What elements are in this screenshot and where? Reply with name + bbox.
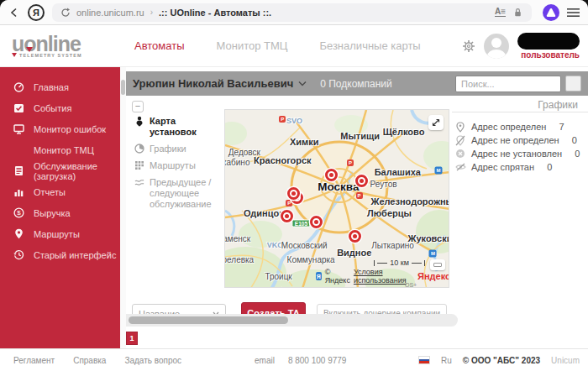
url-separator: › [150, 8, 153, 17]
tab-tmc-monitor[interactable]: Монитор ТМЦ [217, 39, 288, 52]
legend-address-defined: Адрес определен 7 [455, 120, 588, 133]
calendar-icon [13, 102, 24, 113]
footer-phone: 8 800 100 9779 [288, 356, 347, 365]
history-icon [13, 249, 24, 260]
back-icon[interactable] [8, 7, 20, 18]
dashboard-icon [13, 81, 24, 92]
map-marker[interactable] [355, 175, 368, 187]
chevron-down-icon[interactable] [298, 81, 307, 86]
footer-email-link[interactable]: email [255, 356, 275, 365]
uonline-logo[interactable]: uonline TELEMETRY SYSTEM [12, 34, 111, 58]
sidebar-item-service[interactable]: Обслуживание (загрузка) [0, 160, 120, 181]
unicum-brand: Unicum [551, 356, 580, 365]
sidebar: Главная События Монитор ошибок Монитор Т… [0, 67, 120, 348]
map-expand-icon[interactable] [428, 115, 444, 130]
legend-value: 7 [559, 122, 564, 132]
map-view-options: Карта установок Графики Маршруты Предыду… [134, 116, 223, 216]
option-prev-next-service[interactable]: Предыдущее / следующее обслуживание [134, 177, 223, 210]
sidebar-item-home[interactable]: Главная [0, 76, 120, 97]
option-charts[interactable]: Графики [134, 144, 223, 154]
copyright: © ООО "АБС" 2023 [463, 356, 540, 365]
sidebar-item-reports[interactable]: Отчеты [0, 181, 120, 202]
sidebar-item-error-monitor[interactable]: Монитор ошибок [0, 118, 120, 139]
bar-chart-icon [13, 186, 24, 197]
search-input[interactable] [455, 76, 561, 92]
browser-window: Я online.unicum.ru › .:: UOnline - Автом… [0, 0, 588, 371]
tab-cashless-cards[interactable]: Безналичные карты [319, 39, 420, 52]
avatar[interactable] [484, 34, 509, 59]
sidebar-item-old-interface[interactable]: Старый интерфейс [0, 244, 120, 265]
pie-chart-icon [134, 144, 145, 154]
russia-flag-icon [418, 356, 430, 364]
sidebar-item-events[interactable]: События [0, 97, 120, 118]
money-icon: $ [13, 207, 24, 218]
map-canvas[interactable]: 10 км Я © Яндекс Условия использования Я… [224, 109, 449, 288]
legend-value: 0 [572, 135, 577, 145]
yandex-browser-icon[interactable]: Я [28, 4, 45, 21]
option-routes[interactable]: Маршруты [134, 160, 223, 171]
sidebar-item-routes[interactable]: Маршруты [0, 223, 120, 244]
legend-value: 0 [575, 149, 580, 159]
map-poi-badge: P [279, 116, 286, 123]
alice-assistant-icon[interactable] [543, 4, 559, 21]
eye-slash-icon [455, 162, 466, 172]
address-bar[interactable]: online.unicum.ru › .:: UOnline - Автомат… [52, 3, 532, 22]
map-poi-badge: M [429, 249, 437, 257]
footer-link-reglament[interactable]: Регламент [13, 356, 55, 365]
map-poi-badge: P [356, 192, 363, 199]
content-area: Графики − Карта установок Графики Маршру… [126, 96, 588, 348]
pin-icon [13, 228, 24, 239]
footer-link-help[interactable]: Справка [73, 356, 106, 365]
refresh-icon[interactable] [60, 8, 71, 18]
trend-lines-icon [134, 177, 145, 187]
vertical-scrollbar[interactable] [120, 67, 126, 348]
language-switcher[interactable]: Ru [441, 356, 452, 365]
sidebar-item-revenue[interactable]: $ Выручка [0, 202, 120, 223]
collapse-panel-button[interactable]: − [132, 101, 144, 112]
yandex-maps-logo: Я [316, 272, 322, 280]
vertical-scrollbar-thumb[interactable] [121, 80, 125, 95]
map-legend: Адрес определен 7 Адрес не определен 0 А… [452, 112, 588, 174]
legend-address-not-set: Адрес не установлен 0 [455, 147, 588, 160]
legend-value: 0 [547, 162, 552, 172]
page-number-badge[interactable]: 1 [126, 332, 138, 345]
username-redacted[interactable] [517, 33, 580, 50]
top-nav: Автоматы Монитор ТМЦ Безналичные карты [134, 39, 421, 52]
browser-menu-icon[interactable] [567, 8, 580, 18]
grid-icon [134, 160, 145, 170]
company-selector[interactable]: Урюпин Николай Васильевич [133, 77, 293, 90]
terms-link[interactable]: Условия использования [354, 268, 409, 285]
svg-text:$: $ [17, 209, 21, 217]
app-header: uonline TELEMETRY SYSTEM Автоматы Монито… [0, 25, 588, 67]
horizontal-scrollbar[interactable] [126, 314, 458, 327]
logo-word: uonline [12, 34, 111, 54]
footer: Регламент Справка Задать вопрос email 8 … [0, 348, 588, 371]
company-bar: Урюпин Николай Васильевич 0 Подкомпаний [126, 71, 588, 96]
map-scale: 10 км [374, 259, 425, 267]
map-poi-badge: M [435, 166, 443, 174]
monitor-icon [13, 123, 24, 134]
legend-address-undefined: Адрес не определен 0 [455, 133, 588, 147]
option-installations-map[interactable]: Карта установок [134, 116, 223, 138]
horizontal-scrollbar-thumb[interactable] [129, 316, 288, 324]
yandex-wordmark: Яндекс [417, 271, 449, 281]
pin-outline-icon [455, 122, 466, 133]
translate-icon[interactable]: А≡ [495, 8, 506, 17]
circle-x-icon [455, 149, 466, 159]
lock-icon[interactable] [512, 7, 523, 18]
sidebar-item-tmc-monitor[interactable]: Монитор ТМЦ [0, 139, 120, 160]
search-button[interactable] [565, 76, 581, 91]
browser-toolbar: Я online.unicum.ru › .:: UOnline - Автом… [0, 0, 588, 25]
gear-icon[interactable] [462, 39, 475, 53]
pin-slash-icon [455, 135, 466, 146]
page-title: .:: UOnline - Автоматы ::. [159, 8, 271, 18]
map-marker[interactable] [310, 216, 323, 228]
footer-link-ask[interactable]: Задать вопрос [124, 356, 181, 365]
map-poi-badge: P [347, 159, 354, 166]
map-attribution: Я © Яндекс Условия использования Яндекс … [316, 268, 449, 285]
subcompanies-count: 0 Подкомпаний [320, 78, 392, 90]
document-icon [13, 165, 24, 176]
charts-link[interactable]: Графики [538, 99, 578, 111]
road-badge: E105 [292, 219, 310, 227]
tab-automats[interactable]: Автоматы [134, 39, 185, 52]
